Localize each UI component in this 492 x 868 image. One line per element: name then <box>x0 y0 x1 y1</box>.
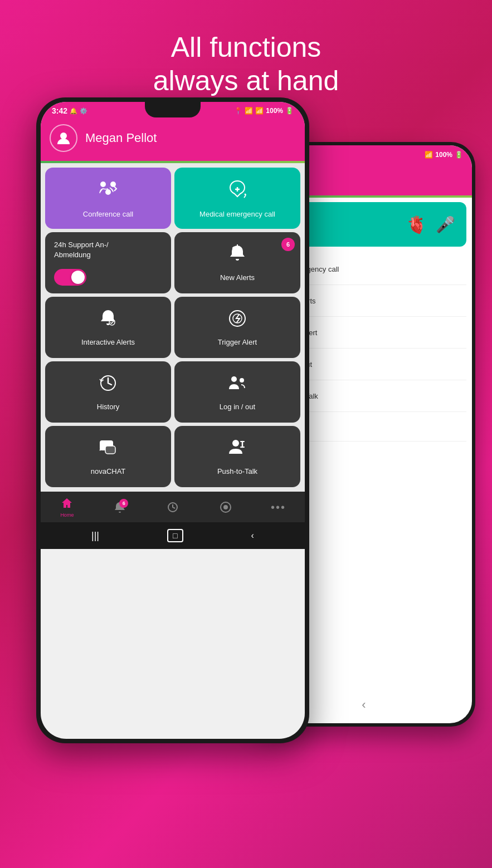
login-icon <box>227 372 248 398</box>
nav-bell-wrap: 6 <box>114 501 126 514</box>
user-name: Megan Pellot <box>85 131 157 145</box>
nav-clock-wrap <box>167 501 179 514</box>
interactive-alerts-label: Interactive Alerts <box>81 338 135 347</box>
login-label: Log in / out <box>220 403 255 412</box>
phones-container: 📶 100% 🔋 🫀 🎤 emergency call <box>0 97 492 821</box>
push-to-talk-button[interactable]: Push-to-Talk <box>174 426 300 487</box>
status-battery: 100% <box>266 107 283 115</box>
support-label: 24h Support An-/Abmeldung <box>54 240 162 260</box>
status-bar-left: 3:42 🔔 ⚙️ <box>52 106 87 115</box>
sec-wifi-icon: 📶 <box>425 151 433 159</box>
nav-more-wrap: ••• <box>271 501 286 514</box>
sec-status-icons: 📶 100% 🔋 <box>425 151 463 159</box>
status-settings-icon: ⚙️ <box>80 107 87 115</box>
phone-main: 3:42 🔔 ⚙️ 📍 📶 📶 100% 🔋 <box>36 97 309 743</box>
hero-line1: All functions <box>153 31 339 64</box>
sec-mic-icon: 🎤 <box>436 215 455 234</box>
nav-touch[interactable] <box>209 501 242 514</box>
interactive-icon <box>98 308 119 334</box>
app-header: Megan Pellot <box>41 117 305 161</box>
conference-call-button[interactable]: Conference call <box>45 168 171 229</box>
home-btn[interactable]: □ <box>167 529 183 542</box>
recent-btn[interactable]: ‹ <box>251 531 254 541</box>
status-time: 3:42 <box>52 106 67 115</box>
conference-icon <box>96 178 120 205</box>
status-location-icon: 📍 <box>234 107 242 115</box>
trigger-icon <box>227 308 248 334</box>
svg-point-15 <box>240 378 244 382</box>
history-label: History <box>97 403 119 412</box>
support-24h-button[interactable]: 24h Support An-/Abmeldung <box>45 232 171 293</box>
hero-text: All functions always at hand <box>153 31 339 97</box>
bell-icon <box>227 243 248 269</box>
interactive-alerts-button[interactable]: Interactive Alerts <box>45 297 171 358</box>
toggle-switch[interactable] <box>54 269 86 286</box>
nav-clock[interactable] <box>156 501 189 514</box>
back-btn[interactable]: ||| <box>91 530 99 542</box>
svg-point-7 <box>110 182 116 187</box>
chat-icon <box>98 437 119 463</box>
medical-emergency-button[interactable]: Medical emergency call <box>174 168 300 229</box>
status-signal-icon: 📶 <box>255 107 264 115</box>
nav-more[interactable]: ••• <box>262 501 295 514</box>
svg-point-21 <box>223 505 228 509</box>
svg-rect-17 <box>105 446 115 454</box>
status-bar-right: 📍 📶 📶 100% 🔋 <box>234 107 294 115</box>
ptt-icon <box>227 437 248 463</box>
toggle-knob <box>71 271 85 284</box>
home-bar: ||| □ ‹ <box>41 522 305 549</box>
phone-notch <box>145 102 201 117</box>
status-notification-icon: 🔔 <box>70 107 77 115</box>
nav-touch-wrap <box>220 501 232 514</box>
nav-alerts[interactable]: 6 <box>103 501 137 514</box>
sec-heart-icon: 🫀 <box>406 215 427 234</box>
alerts-badge: 6 <box>281 238 295 251</box>
conference-label: Conference call <box>83 210 133 219</box>
ptt-label: Push-to-Talk <box>217 467 257 477</box>
novachat-label: novaCHAT <box>91 467 126 477</box>
trigger-alert-label: Trigger Alert <box>218 338 257 347</box>
svg-point-18 <box>232 440 239 447</box>
nav-alerts-badge: 6 <box>119 499 128 508</box>
svg-point-8 <box>105 189 111 195</box>
home-icon-wrap <box>61 497 73 511</box>
status-battery-icon: 🔋 <box>285 107 294 115</box>
trigger-alert-button[interactable]: Trigger Alert <box>174 297 300 358</box>
hero-line2: always at hand <box>153 64 339 97</box>
user-avatar <box>50 124 77 152</box>
bottom-nav: Home 6 <box>41 492 305 522</box>
svg-point-6 <box>100 182 106 187</box>
nav-home[interactable]: Home <box>50 497 84 518</box>
status-wifi-icon: 📶 <box>245 107 253 115</box>
svg-point-5 <box>60 133 67 139</box>
sec-battery-text: 100% <box>435 151 452 159</box>
app-grid: Conference call Medical emergency call <box>41 163 305 492</box>
medical-icon <box>226 178 249 205</box>
new-alerts-label: New Alerts <box>220 273 255 283</box>
medical-label: Medical emergency call <box>199 210 275 219</box>
login-out-button[interactable]: Log in / out <box>174 361 300 423</box>
history-button[interactable]: History <box>45 361 171 423</box>
nav-home-label: Home <box>60 512 74 518</box>
svg-point-14 <box>231 376 237 382</box>
novachat-button[interactable]: novaCHAT <box>45 426 171 487</box>
history-icon <box>98 372 119 398</box>
new-alerts-button[interactable]: 6 New Alerts <box>174 232 300 293</box>
phone-main-screen: 3:42 🔔 ⚙️ 📍 📶 📶 100% 🔋 <box>41 102 305 739</box>
sec-battery-icon: 🔋 <box>455 151 463 159</box>
